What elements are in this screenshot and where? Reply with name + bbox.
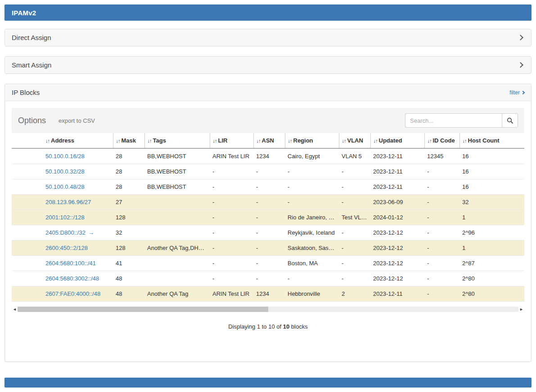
column-label: LIR [218,137,228,144]
mask-cell: 128 [113,241,144,256]
column-header-tags[interactable]: ↓↑Tags [144,133,210,148]
updated-cell: 2023-12-12 [370,225,424,241]
column-label: Region [293,137,313,144]
column-label: Address [51,137,74,144]
column-header-host_count[interactable]: ↓↑Host Count [459,133,524,148]
pagination-status: Displaying 1 to 10 of 10 blocks [12,323,524,330]
host-count-cell: 16 [459,179,524,195]
ip-block-link[interactable]: 50.100.0.48/28 [45,183,85,190]
updated-cell: 2023-06-09 [370,195,424,210]
ip-block-link[interactable]: 2405:D800::/32 [45,229,86,236]
address-cell: 208.123.96.96/27 [12,195,113,210]
updated-cell: 2023-12-11 [370,164,424,179]
lir-cell: - [210,225,253,241]
sort-icon[interactable]: ↓↑ [374,138,378,143]
mask-cell: 32 [113,225,144,241]
region-cell: Boston, MA [285,256,339,271]
ip-block-link[interactable]: 2607:FAE0:4000::/48 [45,290,100,297]
search-button[interactable] [502,113,518,128]
search-group [405,113,518,128]
mask-cell: 48 [113,271,144,286]
export-csv-link[interactable]: export to CSV [59,117,95,124]
mask-cell: 48 [113,286,144,302]
id-code-cell: - [424,271,459,286]
updated-cell: 2023-12-12 [370,256,424,271]
ip-block-link[interactable]: 2600:450::2/128 [45,245,88,251]
id-code-cell: - [424,195,459,210]
ip-block-link[interactable]: 50.100.0.32/28 [45,168,85,175]
chevron-right-icon[interactable] [518,35,523,40]
column-header-lir[interactable]: ↓↑LIR [210,133,253,148]
region-cell: - [285,164,339,179]
table-body: 50.100.0.16/2828BB,WEBHOSTARIN Test LIR1… [12,148,524,302]
host-count-cell: 2^87 [459,256,524,271]
column-label: ASN [262,137,274,144]
column-label: ID Code [433,137,455,144]
column-header-region[interactable]: ↓↑Region [285,133,339,148]
sort-icon[interactable]: ↓↑ [342,138,346,143]
ip-block-link[interactable]: 50.100.0.16/28 [45,153,85,160]
asn-cell: 1234 [253,148,285,164]
updated-cell: 2023-12-11 [370,286,424,302]
ip-blocks-table: ↓↑Address↓↑Mask↓↑Tags↓↑LIR↓↑ASN↓↑Region↓… [12,133,524,302]
smart-assign-title: Smart Assign [12,61,51,69]
address-cell: 2607:FAE0:4000::/48 [12,286,113,302]
asn-cell: - [253,256,285,271]
mask-cell: 28 [113,164,144,179]
mask-cell: 28 [113,179,144,195]
tags-cell: BB,WEBHOST [144,179,210,195]
table-toolbar: Options export to CSV [12,108,524,133]
scrollbar-track[interactable] [18,307,518,312]
sort-icon[interactable]: ↓↑ [463,138,467,143]
sort-icon[interactable]: ↓↑ [45,138,50,143]
tags-cell: Another QA Tag,DH… [144,241,210,256]
ip-blocks-header: IP Blocks filter [5,84,531,101]
asn-cell: - [253,195,285,210]
chevron-right-icon[interactable] [518,62,523,68]
sort-icon[interactable]: ↓↑ [288,138,292,143]
region-cell: Reykjavik, Iceland [285,225,339,241]
ip-block-link[interactable]: 2604:5680:3002::/48 [45,275,99,282]
lir-cell: - [210,241,253,256]
address-cell: 2001:102::/128 [12,210,113,225]
column-header-updated[interactable]: ↓↑Updated [370,133,424,148]
column-header-mask[interactable]: ↓↑Mask [113,133,144,148]
sort-icon[interactable]: ↓↑ [257,138,261,143]
scroll-right-icon[interactable]: ► [518,306,524,312]
options-label: Options [18,116,46,125]
sort-icon[interactable]: ↓↑ [116,138,120,143]
region-cell: Hebbronville [285,286,339,302]
direct-assign-header[interactable]: Direct Assign [5,29,531,46]
scrollbar-thumb[interactable] [18,307,268,312]
table-row: 2607:FAE0:4000::/4848Another QA TagARIN … [12,286,524,302]
column-header-vlan[interactable]: ↓↑VLAN [339,133,370,148]
asn-cell: - [253,164,285,179]
lir-cell: - [210,210,253,225]
table-row: 2600:450::2/128128Another QA Tag,DH…--Sa… [12,241,524,256]
sort-icon[interactable]: ↓↑ [148,138,152,143]
app-title: IPAMv2 [12,9,36,17]
address-cell: 2604:5680:100::/41 [12,256,113,271]
mask-cell: 128 [113,210,144,225]
panel-smart-assign: Smart Assign [5,56,531,74]
ip-block-link[interactable]: 2604:5680:100::/41 [45,260,96,267]
lir-cell: ARIN Test LIR [210,148,253,164]
updated-cell: 2023-12-11 [370,148,424,164]
scroll-left-icon[interactable]: ◄ [12,306,18,312]
updated-cell: 2023-12-12 [370,241,424,256]
id-code-cell: - [424,179,459,195]
vlan-cell: 2 [339,286,370,302]
column-header-address[interactable]: ↓↑Address [12,133,113,148]
horizontal-scrollbar[interactable]: ◄ ► [12,306,524,312]
column-header-asn[interactable]: ↓↑ASN [253,133,285,148]
filter-link[interactable]: filter [509,89,524,96]
column-header-id_code[interactable]: ↓↑ID Code [424,133,459,148]
chevron-right-icon [521,90,525,94]
search-input[interactable] [405,113,502,128]
smart-assign-header[interactable]: Smart Assign [5,57,531,73]
ip-block-link[interactable]: 2001:102::/128 [45,214,85,221]
sort-icon[interactable]: ↓↑ [428,138,432,143]
sort-icon[interactable]: ↓↑ [213,138,217,143]
asn-cell: - [253,225,285,241]
ip-block-link[interactable]: 208.123.96.96/27 [45,199,91,205]
